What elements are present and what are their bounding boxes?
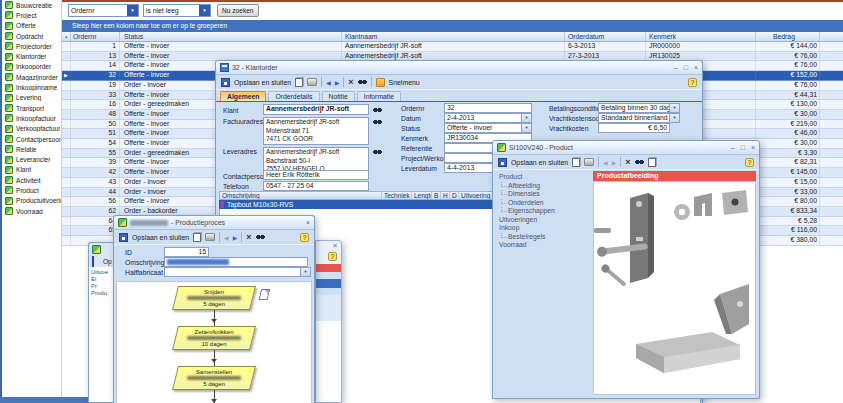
previous-record-icon[interactable]: ◀ — [603, 159, 608, 166]
tree-item[interactable]: Bestelregels — [495, 233, 593, 242]
tree-item-fragment[interactable]: Pr — [91, 283, 113, 290]
tree-item[interactable]: Onderdelen — [495, 199, 593, 208]
search-binoculars-icon[interactable] — [256, 234, 265, 240]
chevron-down-icon[interactable]: ▼ — [521, 114, 531, 122]
minimize-icon[interactable]: – — [674, 62, 678, 74]
klant-lookup-icon[interactable] — [373, 107, 382, 113]
save-icon[interactable] — [119, 233, 128, 242]
sidebar-item[interactable]: Levering — [2, 93, 61, 103]
datum-field[interactable]: 2-4-2013▼ — [444, 113, 532, 123]
status-field[interactable]: Offerte - invoer▼ — [444, 123, 532, 133]
sidebar-item[interactable]: Contactpersoon — [2, 134, 61, 144]
chevron-down-icon[interactable]: ▼ — [669, 104, 679, 112]
factuuradres-field[interactable]: Aannemersbedrijf JR-soft Molenstraat 71 … — [263, 117, 369, 145]
copy-icon[interactable] — [572, 158, 580, 167]
sidebar-item[interactable]: Activiteit — [2, 175, 61, 185]
tab-algemeen[interactable]: Algemeen — [220, 91, 266, 101]
help-icon[interactable] — [745, 158, 754, 167]
minimize-icon[interactable]: – — [731, 142, 735, 154]
print-icon[interactable] — [307, 78, 317, 86]
previous-record-icon[interactable]: ◀ — [224, 234, 229, 241]
background-window-fragment-right[interactable]: × — [315, 240, 342, 403]
column-header-bedrag[interactable]: Bedrag — [756, 32, 820, 41]
leveradres-lookup-icon[interactable] — [373, 149, 382, 155]
sidebar-item[interactable]: Klantorder — [2, 51, 61, 61]
sidebar-item[interactable]: Inkoopinname — [2, 82, 61, 92]
factuuradres-lookup-icon[interactable] — [373, 119, 382, 125]
sidebar-item[interactable]: Voorraad — [2, 206, 61, 216]
grid-col-h[interactable]: H — [441, 192, 450, 199]
filter-field-dropdown[interactable]: Ordernr ▼ — [68, 4, 139, 17]
filter-operator-dropdown[interactable]: is niet leeg ▼ — [143, 4, 211, 17]
next-record-icon[interactable]: ▶ — [335, 79, 340, 86]
sidebar-item[interactable]: Leverancier — [2, 154, 61, 164]
vrachtkostensoort-field[interactable]: Standaard binnenland▼ — [598, 113, 680, 123]
tab-notitie[interactable]: Notitie — [322, 91, 355, 101]
search-now-button[interactable]: Nu zoeken — [217, 4, 259, 17]
group-by-bar[interactable]: Sleep hier een kolom naar toe om er op t… — [62, 20, 843, 32]
tree-item[interactable]: Voorraad — [495, 241, 593, 250]
snelmenu-button[interactable]: Snelmenu — [389, 79, 420, 86]
close-icon[interactable]: × — [751, 142, 755, 154]
grid-col-b[interactable]: B — [432, 192, 441, 199]
column-header-klantnaam[interactable]: Klantnaam — [342, 32, 565, 41]
omschrijving-field[interactable] — [164, 257, 308, 267]
productieproces-titlebar[interactable]: - Productieproces × — [114, 216, 314, 230]
sidebar-item[interactable]: Project — [2, 10, 61, 20]
tree-item[interactable]: Inkoop — [495, 224, 593, 233]
sidebar-item[interactable]: Product — [2, 185, 61, 195]
print-icon[interactable] — [584, 158, 594, 166]
sidebar-item[interactable]: Transport — [2, 103, 61, 113]
sidebar-item[interactable]: Opdracht — [2, 31, 61, 41]
print-icon[interactable] — [205, 233, 215, 241]
contactpersoon-field[interactable]: Heer Erik Rötterik — [263, 170, 369, 180]
column-header-kenmerk[interactable]: Kenmerk — [646, 32, 756, 41]
maximize-icon[interactable]: □ — [684, 62, 688, 74]
tree-item-fragment[interactable]: Uitvoe — [91, 269, 113, 276]
column-header-status[interactable]: Status — [120, 32, 342, 41]
help-icon[interactable] — [300, 233, 309, 242]
process-step-shape[interactable]: Zetten/knikken 10 dagen — [172, 326, 256, 350]
close-icon[interactable]: × — [333, 242, 337, 249]
process-step-shape[interactable]: Snijden 5 dagen — [172, 286, 256, 310]
copy-icon[interactable] — [193, 233, 201, 242]
sidebar-item[interactable]: Relatie — [2, 144, 61, 154]
delete-icon[interactable]: × — [246, 233, 251, 242]
search-binoculars-icon[interactable] — [635, 159, 644, 165]
tree-item-fragment[interactable]: Produ — [91, 290, 113, 297]
chevron-down-icon[interactable]: ▼ — [669, 114, 679, 122]
chevron-down-icon[interactable]: ▼ — [127, 5, 138, 16]
save-close-button[interactable]: Opslaan en sluiten — [511, 159, 568, 166]
grid-col-d[interactable]: D — [450, 192, 459, 199]
sidebar-item[interactable]: Inkoopfactuur — [2, 113, 61, 123]
ordernr-field[interactable]: 32 — [444, 103, 532, 113]
close-icon[interactable]: × — [306, 217, 310, 229]
grid-col-techniek[interactable]: Techniek — [382, 192, 412, 199]
save-close-button[interactable]: Opslaan en sluiten — [234, 79, 291, 86]
sidebar-item[interactable]: Verkoopfactuur — [2, 124, 61, 134]
next-record-icon[interactable]: ▶ — [233, 234, 238, 241]
tab-informatie[interactable]: Informatie — [357, 91, 401, 101]
tree-item[interactable]: Eigenschappen — [495, 207, 593, 216]
copy-icon[interactable] — [295, 78, 303, 87]
save-icon[interactable] — [221, 78, 230, 87]
search-binoculars-icon[interactable] — [358, 79, 367, 85]
sidebar-item[interactable]: Productuitvoering — [2, 196, 61, 206]
telefoon-field[interactable]: 0547 - 27 25 04 — [263, 181, 369, 191]
chevron-down-icon[interactable]: ▼ — [300, 268, 310, 276]
help-icon[interactable] — [688, 78, 697, 87]
klantorder-titlebar[interactable]: 32 - Klantorder – □ × — [216, 61, 702, 75]
next-record-icon[interactable]: ▶ — [612, 159, 617, 166]
sidebar-item[interactable]: Klant — [2, 165, 61, 175]
tree-item[interactable]: Dimensies — [495, 190, 593, 199]
grid-col-omschrijving[interactable]: Omschrijving — [220, 192, 382, 199]
snelmenu-icon[interactable] — [376, 78, 385, 87]
sidebar-item[interactable]: Bouwcreatie — [2, 0, 61, 10]
tab-orderdetails[interactable]: Orderdetails — [268, 91, 319, 101]
save-icon[interactable] — [498, 158, 507, 167]
save-close-button[interactable]: Opslaan en sluiten — [132, 234, 189, 241]
document-icon[interactable] — [259, 289, 271, 300]
sidebar-item[interactable]: Offerte — [2, 21, 61, 31]
halffabricaat-field[interactable]: ▼ — [164, 267, 311, 277]
close-icon[interactable]: × — [694, 62, 698, 74]
